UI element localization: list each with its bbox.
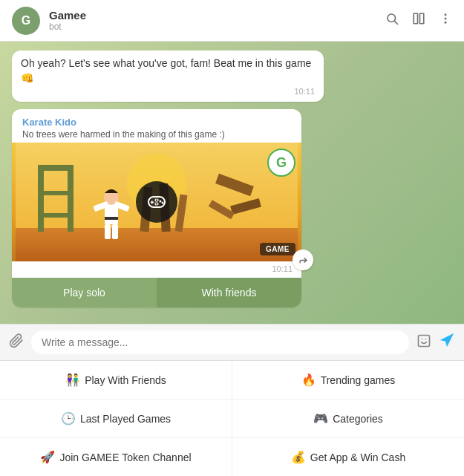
svg-rect-2: [414, 13, 417, 24]
header-icons: [385, 12, 452, 29]
input-area: [0, 324, 464, 360]
svg-point-4: [445, 13, 447, 16]
svg-rect-3: [420, 13, 424, 24]
quick-btn-get-app-label: Get App & Win Cash: [310, 451, 405, 463]
message-time-1: 10:11: [21, 87, 315, 96]
quick-actions: 👫 Play With Friends 🔥 Trending games 🕒 L…: [0, 360, 464, 476]
svg-rect-34: [155, 203, 158, 205]
game-badge: GAME: [260, 243, 295, 255]
bot-avatar: G: [12, 7, 40, 35]
last-played-emoji: 🕒: [61, 411, 76, 426]
quick-btn-play-friends-label: Play With Friends: [85, 374, 166, 386]
svg-rect-33: [155, 199, 158, 201]
quick-btn-last-played-label: Last Played Games: [80, 413, 171, 425]
gamee-logo: G: [267, 149, 295, 177]
game-title: Karate Kido: [22, 117, 291, 128]
quick-btn-last-played[interactable]: 🕒 Last Played Games: [0, 400, 232, 437]
message-input[interactable]: [31, 330, 409, 354]
send-button[interactable]: [439, 332, 455, 353]
quick-btn-token-channel[interactable]: 🚀 Join GAMEE Token Channel: [0, 438, 232, 476]
svg-rect-10: [38, 165, 44, 232]
categories-emoji: 🎮: [313, 411, 328, 426]
svg-rect-12: [38, 165, 73, 171]
svg-rect-35: [419, 335, 430, 346]
svg-rect-23: [105, 217, 118, 220]
quick-btn-trending-label: Trending games: [321, 374, 396, 386]
play-buttons: Play solo With friends: [12, 278, 301, 307]
controller-overlay: [136, 181, 177, 223]
svg-point-6: [445, 22, 447, 24]
svg-rect-13: [38, 191, 73, 195]
play-friends-button[interactable]: With friends: [157, 278, 301, 307]
quick-btn-token-label: Join GAMEE Token Channel: [59, 451, 191, 463]
quick-btn-categories-label: Categories: [333, 413, 383, 425]
forward-button[interactable]: [293, 250, 313, 270]
game-card: Karate Kido No trees were harmed in the …: [12, 109, 301, 307]
svg-point-32: [162, 202, 164, 204]
trending-emoji: 🔥: [301, 373, 316, 387]
svg-rect-9: [16, 228, 298, 261]
emoji-button[interactable]: [416, 333, 431, 352]
svg-point-31: [160, 200, 162, 203]
chat-area: Oh yeah? Let's see what you've got, fam!…: [0, 42, 464, 324]
play-friends-emoji: 👫: [65, 373, 80, 387]
play-solo-button[interactable]: Play solo: [12, 278, 157, 307]
game-scene: G GAME: [12, 143, 301, 261]
message-bubble-1: Oh yeah? Let's see what you've got, fam!…: [12, 50, 324, 102]
token-emoji: 🚀: [40, 450, 55, 464]
game-card-time: 10:11: [12, 261, 301, 278]
svg-rect-24: [105, 224, 111, 239]
more-icon[interactable]: [439, 12, 452, 29]
svg-rect-11: [68, 165, 73, 232]
game-card-container: Karate Kido No trees were harmed in the …: [12, 109, 301, 307]
get-app-emoji: 💰: [291, 450, 306, 464]
svg-line-1: [394, 21, 397, 24]
quick-btn-play-with-friends[interactable]: 👫 Play With Friends: [0, 361, 232, 399]
message-text-1: Oh yeah? Let's see what you've got, fam!…: [21, 56, 315, 85]
game-subtitle: No trees were harmed in the making of th…: [22, 129, 291, 140]
bot-name: Gamee: [49, 9, 385, 22]
svg-point-5: [445, 18, 447, 20]
quick-btn-get-app[interactable]: 💰 Get App & Win Cash: [232, 438, 464, 476]
svg-rect-30: [151, 202, 154, 203]
header-info: Gamee bot: [49, 9, 385, 32]
bot-subtitle: bot: [49, 22, 385, 32]
svg-rect-25: [112, 224, 118, 239]
game-card-header: Karate Kido No trees were harmed in the …: [12, 109, 301, 143]
svg-rect-14: [38, 213, 73, 218]
search-icon[interactable]: [385, 12, 399, 29]
layout-icon[interactable]: [412, 12, 425, 29]
chat-header: G Gamee bot: [0, 0, 464, 42]
quick-btn-trending[interactable]: 🔥 Trending games: [232, 361, 464, 399]
attach-icon[interactable]: [9, 333, 24, 352]
quick-btn-categories[interactable]: 🎮 Categories: [232, 400, 464, 437]
